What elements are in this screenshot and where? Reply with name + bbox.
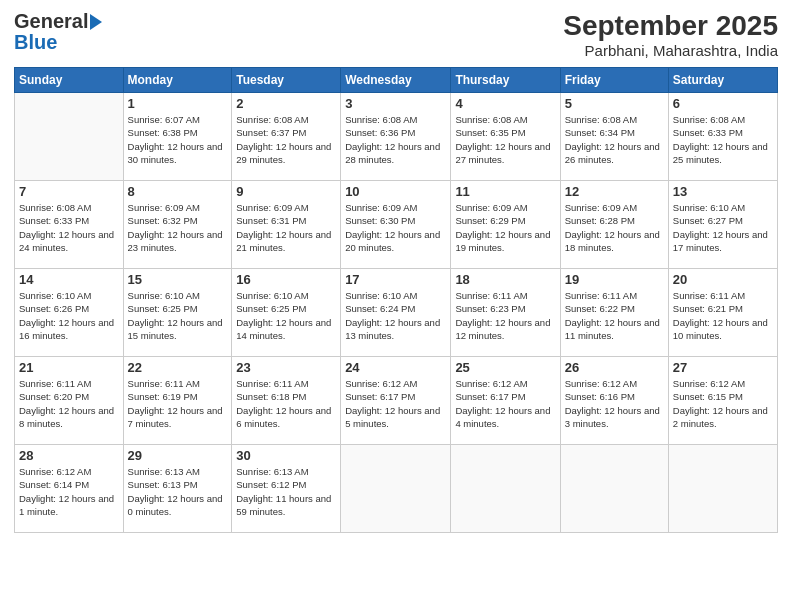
calendar-week-row: 21Sunrise: 6:11 AMSunset: 6:20 PMDayligh… bbox=[15, 357, 778, 445]
table-row bbox=[451, 445, 560, 533]
calendar-week-row: 14Sunrise: 6:10 AMSunset: 6:26 PMDayligh… bbox=[15, 269, 778, 357]
day-info: Sunrise: 6:08 AMSunset: 6:34 PMDaylight:… bbox=[565, 113, 664, 166]
calendar-subtitle: Parbhani, Maharashtra, India bbox=[563, 42, 778, 59]
day-number: 28 bbox=[19, 448, 119, 463]
table-row: 1Sunrise: 6:07 AMSunset: 6:38 PMDaylight… bbox=[123, 93, 232, 181]
day-info: Sunrise: 6:09 AMSunset: 6:28 PMDaylight:… bbox=[565, 201, 664, 254]
table-row: 18Sunrise: 6:11 AMSunset: 6:23 PMDayligh… bbox=[451, 269, 560, 357]
table-row: 20Sunrise: 6:11 AMSunset: 6:21 PMDayligh… bbox=[668, 269, 777, 357]
day-number: 3 bbox=[345, 96, 446, 111]
day-info: Sunrise: 6:08 AMSunset: 6:35 PMDaylight:… bbox=[455, 113, 555, 166]
table-row: 25Sunrise: 6:12 AMSunset: 6:17 PMDayligh… bbox=[451, 357, 560, 445]
day-info: Sunrise: 6:09 AMSunset: 6:30 PMDaylight:… bbox=[345, 201, 446, 254]
day-info: Sunrise: 6:12 AMSunset: 6:15 PMDaylight:… bbox=[673, 377, 773, 430]
title-area: September 2025 Parbhani, Maharashtra, In… bbox=[563, 10, 778, 59]
table-row: 11Sunrise: 6:09 AMSunset: 6:29 PMDayligh… bbox=[451, 181, 560, 269]
day-number: 2 bbox=[236, 96, 336, 111]
table-row: 3Sunrise: 6:08 AMSunset: 6:36 PMDaylight… bbox=[341, 93, 451, 181]
header-sunday: Sunday bbox=[15, 68, 124, 93]
day-info: Sunrise: 6:08 AMSunset: 6:36 PMDaylight:… bbox=[345, 113, 446, 166]
day-info: Sunrise: 6:08 AMSunset: 6:33 PMDaylight:… bbox=[673, 113, 773, 166]
table-row bbox=[560, 445, 668, 533]
day-number: 4 bbox=[455, 96, 555, 111]
table-row bbox=[341, 445, 451, 533]
day-info: Sunrise: 6:10 AMSunset: 6:27 PMDaylight:… bbox=[673, 201, 773, 254]
day-info: Sunrise: 6:11 AMSunset: 6:22 PMDaylight:… bbox=[565, 289, 664, 342]
day-number: 23 bbox=[236, 360, 336, 375]
day-info: Sunrise: 6:10 AMSunset: 6:25 PMDaylight:… bbox=[128, 289, 228, 342]
calendar-title: September 2025 bbox=[563, 10, 778, 42]
logo-blue: Blue bbox=[14, 31, 57, 54]
header: General Blue September 2025 Parbhani, Ma… bbox=[14, 10, 778, 59]
table-row: 15Sunrise: 6:10 AMSunset: 6:25 PMDayligh… bbox=[123, 269, 232, 357]
page: General Blue September 2025 Parbhani, Ma… bbox=[0, 0, 792, 612]
day-info: Sunrise: 6:07 AMSunset: 6:38 PMDaylight:… bbox=[128, 113, 228, 166]
day-number: 12 bbox=[565, 184, 664, 199]
day-info: Sunrise: 6:09 AMSunset: 6:32 PMDaylight:… bbox=[128, 201, 228, 254]
logo-general: General bbox=[14, 10, 88, 33]
table-row: 14Sunrise: 6:10 AMSunset: 6:26 PMDayligh… bbox=[15, 269, 124, 357]
day-number: 27 bbox=[673, 360, 773, 375]
table-row: 23Sunrise: 6:11 AMSunset: 6:18 PMDayligh… bbox=[232, 357, 341, 445]
day-info: Sunrise: 6:08 AMSunset: 6:37 PMDaylight:… bbox=[236, 113, 336, 166]
day-number: 24 bbox=[345, 360, 446, 375]
day-number: 22 bbox=[128, 360, 228, 375]
table-row: 21Sunrise: 6:11 AMSunset: 6:20 PMDayligh… bbox=[15, 357, 124, 445]
day-number: 9 bbox=[236, 184, 336, 199]
day-info: Sunrise: 6:10 AMSunset: 6:25 PMDaylight:… bbox=[236, 289, 336, 342]
day-number: 26 bbox=[565, 360, 664, 375]
day-number: 19 bbox=[565, 272, 664, 287]
table-row: 22Sunrise: 6:11 AMSunset: 6:19 PMDayligh… bbox=[123, 357, 232, 445]
table-row: 26Sunrise: 6:12 AMSunset: 6:16 PMDayligh… bbox=[560, 357, 668, 445]
day-number: 10 bbox=[345, 184, 446, 199]
table-row bbox=[15, 93, 124, 181]
logo: General Blue bbox=[14, 10, 102, 54]
day-info: Sunrise: 6:12 AMSunset: 6:17 PMDaylight:… bbox=[345, 377, 446, 430]
table-row: 9Sunrise: 6:09 AMSunset: 6:31 PMDaylight… bbox=[232, 181, 341, 269]
day-info: Sunrise: 6:13 AMSunset: 6:12 PMDaylight:… bbox=[236, 465, 336, 518]
day-number: 8 bbox=[128, 184, 228, 199]
table-row: 19Sunrise: 6:11 AMSunset: 6:22 PMDayligh… bbox=[560, 269, 668, 357]
day-info: Sunrise: 6:12 AMSunset: 6:14 PMDaylight:… bbox=[19, 465, 119, 518]
day-number: 14 bbox=[19, 272, 119, 287]
day-info: Sunrise: 6:13 AMSunset: 6:13 PMDaylight:… bbox=[128, 465, 228, 518]
table-row: 10Sunrise: 6:09 AMSunset: 6:30 PMDayligh… bbox=[341, 181, 451, 269]
day-info: Sunrise: 6:12 AMSunset: 6:16 PMDaylight:… bbox=[565, 377, 664, 430]
day-number: 5 bbox=[565, 96, 664, 111]
table-row: 17Sunrise: 6:10 AMSunset: 6:24 PMDayligh… bbox=[341, 269, 451, 357]
day-number: 21 bbox=[19, 360, 119, 375]
day-number: 11 bbox=[455, 184, 555, 199]
day-number: 25 bbox=[455, 360, 555, 375]
table-row: 24Sunrise: 6:12 AMSunset: 6:17 PMDayligh… bbox=[341, 357, 451, 445]
day-number: 18 bbox=[455, 272, 555, 287]
day-number: 30 bbox=[236, 448, 336, 463]
table-row: 28Sunrise: 6:12 AMSunset: 6:14 PMDayligh… bbox=[15, 445, 124, 533]
day-number: 1 bbox=[128, 96, 228, 111]
table-row: 27Sunrise: 6:12 AMSunset: 6:15 PMDayligh… bbox=[668, 357, 777, 445]
logo-arrow-icon bbox=[90, 14, 102, 30]
day-info: Sunrise: 6:12 AMSunset: 6:17 PMDaylight:… bbox=[455, 377, 555, 430]
day-info: Sunrise: 6:11 AMSunset: 6:20 PMDaylight:… bbox=[19, 377, 119, 430]
calendar-week-row: 7Sunrise: 6:08 AMSunset: 6:33 PMDaylight… bbox=[15, 181, 778, 269]
calendar-table: Sunday Monday Tuesday Wednesday Thursday… bbox=[14, 67, 778, 533]
header-wednesday: Wednesday bbox=[341, 68, 451, 93]
table-row: 6Sunrise: 6:08 AMSunset: 6:33 PMDaylight… bbox=[668, 93, 777, 181]
table-row: 30Sunrise: 6:13 AMSunset: 6:12 PMDayligh… bbox=[232, 445, 341, 533]
day-number: 6 bbox=[673, 96, 773, 111]
table-row: 8Sunrise: 6:09 AMSunset: 6:32 PMDaylight… bbox=[123, 181, 232, 269]
day-number: 17 bbox=[345, 272, 446, 287]
day-number: 20 bbox=[673, 272, 773, 287]
calendar-week-row: 28Sunrise: 6:12 AMSunset: 6:14 PMDayligh… bbox=[15, 445, 778, 533]
table-row: 13Sunrise: 6:10 AMSunset: 6:27 PMDayligh… bbox=[668, 181, 777, 269]
day-info: Sunrise: 6:11 AMSunset: 6:23 PMDaylight:… bbox=[455, 289, 555, 342]
table-row: 5Sunrise: 6:08 AMSunset: 6:34 PMDaylight… bbox=[560, 93, 668, 181]
day-info: Sunrise: 6:11 AMSunset: 6:19 PMDaylight:… bbox=[128, 377, 228, 430]
day-info: Sunrise: 6:09 AMSunset: 6:29 PMDaylight:… bbox=[455, 201, 555, 254]
table-row: 7Sunrise: 6:08 AMSunset: 6:33 PMDaylight… bbox=[15, 181, 124, 269]
header-tuesday: Tuesday bbox=[232, 68, 341, 93]
calendar-header-row: Sunday Monday Tuesday Wednesday Thursday… bbox=[15, 68, 778, 93]
day-info: Sunrise: 6:09 AMSunset: 6:31 PMDaylight:… bbox=[236, 201, 336, 254]
table-row: 16Sunrise: 6:10 AMSunset: 6:25 PMDayligh… bbox=[232, 269, 341, 357]
day-info: Sunrise: 6:11 AMSunset: 6:21 PMDaylight:… bbox=[673, 289, 773, 342]
day-info: Sunrise: 6:08 AMSunset: 6:33 PMDaylight:… bbox=[19, 201, 119, 254]
